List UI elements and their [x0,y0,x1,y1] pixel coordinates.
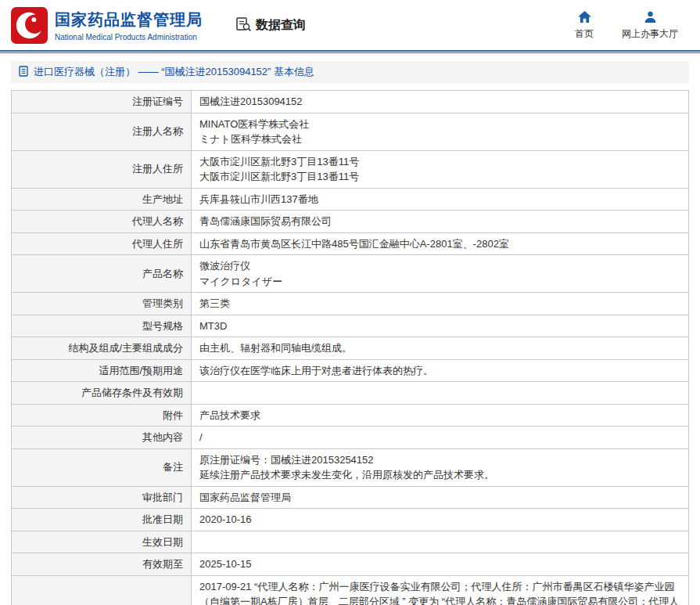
field-label: 产品名称 [12,255,192,293]
field-value: 第三类 [192,293,689,315]
site-header: 国家药品监督管理局 National Medical Products Admi… [0,0,700,50]
field-value: 2025-10-15 [192,553,689,576]
field-label: 注册人名称 [12,113,192,150]
table-row: 注册人住所大阪市淀川区新北野3丁目13番11号 大阪市淀川区新北野3丁目13番1… [12,150,689,188]
user-icon [644,11,656,25]
breadcrumb: 进口医疗器械（注册） —— “国械注进20153094152” 基本信息 [11,61,689,83]
field-label: 生产地址 [12,188,192,211]
table-row: 代理人住所山东省青岛市黄岛区长江中路485号国汇金融中心A-2801室、-280… [12,232,689,255]
nav-service-hall-label: 网上办事大厅 [622,27,678,41]
table-row: 注册人名称MINATO医科学株式会社 ミナト医科学株式会社 [12,113,689,150]
home-icon [578,11,591,25]
table-row: 注册证编号国械注进20153094152 [12,91,689,113]
table-row: 有效期至2025-10-15 [12,553,689,576]
field-value: 国械注进20153094152 [192,91,689,113]
table-row: 产品名称微波治疗仪 マイクロタイザー [12,255,689,293]
field-value: 微波治疗仪 マイクロタイザー [192,255,689,293]
field-value: 产品技术要求 [192,404,689,427]
field-value: 该治疗仪在医学临床上用于对患者进行体表的热疗。 [192,359,689,382]
org-name: 国家药品监督管理局 [55,9,203,31]
field-value: / [192,427,689,449]
org-title-block: 国家药品监督管理局 National Medical Products Admi… [55,9,203,41]
field-label: 产品储存条件及有效期 [12,382,192,405]
field-label: 审批部门 [12,486,192,509]
field-value: 原注册证编号：国械注进20153254152 延续注册产品技术要求未发生变化，沿… [192,448,689,486]
field-label: 批准日期 [12,509,192,531]
field-label: 其他内容 [12,427,192,449]
field-value: MT3D [192,315,689,337]
field-label: 备注 [12,448,192,486]
page-icon [18,66,29,79]
field-value: 2020-10-16 [192,509,689,531]
nmpa-logo[interactable] [11,7,48,44]
table-row: 适用范围/预期用途该治疗仪在医学临床上用于对患者进行体表的热疗。 [12,359,689,382]
field-value: 山东省青岛市黄岛区长江中路485号国汇金融中心A-2801室、-2802室 [192,232,689,255]
nav-home[interactable]: 首页 [575,11,594,41]
field-label: 型号规格 [12,315,192,337]
field-value [192,531,689,553]
field-value: 国家药品监督管理局 [192,486,689,509]
breadcrumb-text: 进口医疗器械（注册） —— “国械注进20153094152” 基本信息 [34,65,314,79]
field-label: 代理人名称 [12,211,192,233]
field-label: 注册人住所 [12,150,192,188]
nav-data-query[interactable]: 数据查询 [235,16,306,35]
nav-home-label: 首页 [575,27,594,41]
field-value: 2017-09-21 “代理人名称：广州一康医疗设备实业有限公司；代理人住所：广… [192,575,689,605]
field-value: 兵库县筱山市川西137番地 [192,188,689,211]
data-query-icon [235,16,252,35]
table-row: 结构及组成/主要组成成分由主机、辐射器和同轴电缆组成。 [12,337,689,360]
field-label: 附件 [12,404,192,427]
header-divider [0,50,700,53]
table-row: 审批部门国家药品监督管理局 [12,486,689,509]
table-row: 变更情况2017-09-21 “代理人名称：广州一康医疗设备实业有限公司；代理人… [12,575,689,605]
field-label: 适用范围/预期用途 [12,359,192,382]
field-value [192,382,689,405]
field-label: 注册证编号 [12,91,192,113]
field-label: 结构及组成/主要组成成分 [12,337,192,360]
table-row: 其他内容/ [12,427,689,449]
field-label: 有效期至 [12,553,192,576]
data-query-label: 数据查询 [256,17,306,34]
table-row: 管理类别第三类 [12,293,689,315]
table-row: 产品储存条件及有效期 [12,382,689,405]
nav-service-hall[interactable]: 网上办事大厅 [622,11,678,41]
table-row: 型号规格MT3D [12,315,689,337]
org-name-en: National Medical Products Administration [55,33,203,41]
table-row: 代理人名称青岛儒涵康国际贸易有限公司 [12,211,689,233]
field-value: MINATO医科学株式会社 ミナト医科学株式会社 [192,113,689,150]
field-value: 青岛儒涵康国际贸易有限公司 [192,211,689,233]
field-value: 由主机、辐射器和同轴电缆组成。 [192,337,689,360]
table-row: 附件产品技术要求 [12,404,689,427]
field-label: 变更情况 [12,575,192,605]
top-nav: 首页 网上办事大厅 [575,11,689,41]
field-value: 大阪市淀川区新北野3丁目13番11号 大阪市淀川区新北野3丁目13番11号 [192,150,689,188]
table-row: 备注原注册证编号：国械注进20153254152 延续注册产品技术要求未发生变化… [12,448,689,486]
table-row: 批准日期2020-10-16 [12,509,689,531]
table-row: 生产地址兵库县筱山市川西137番地 [12,188,689,211]
field-label: 生效日期 [12,531,192,553]
registration-info-table: 注册证编号国械注进20153094152 注册人名称MINATO医科学株式会社 … [11,90,689,605]
table-row: 生效日期 [12,531,689,553]
field-label: 代理人住所 [12,232,192,255]
field-label: 管理类别 [12,293,192,315]
